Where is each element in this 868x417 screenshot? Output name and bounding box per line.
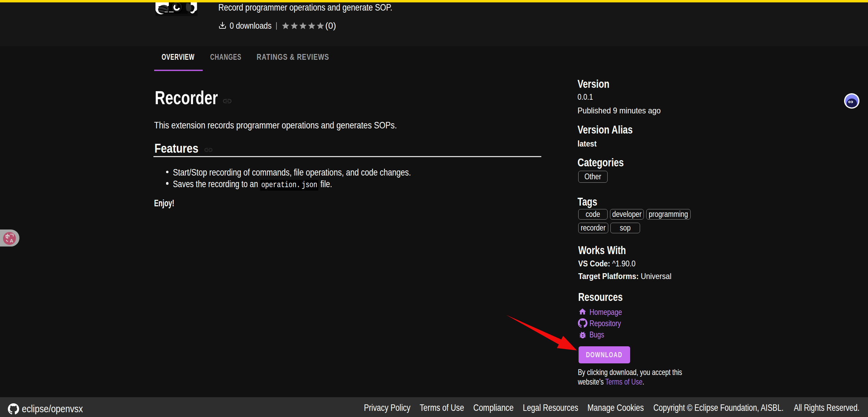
svg-text:A: A	[10, 238, 14, 244]
